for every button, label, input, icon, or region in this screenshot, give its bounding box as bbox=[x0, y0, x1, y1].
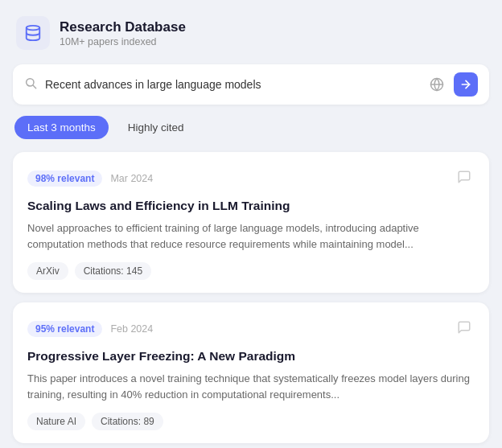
result-2-tag-1: Citations: 89 bbox=[92, 413, 163, 430]
result-2-abstract: This paper introduces a novel training t… bbox=[27, 371, 475, 403]
result-2-title: Progressive Layer Freezing: A New Paradi… bbox=[27, 348, 475, 365]
globe-button[interactable] bbox=[426, 74, 447, 95]
search-input[interactable] bbox=[45, 78, 418, 91]
comment-icon bbox=[457, 320, 471, 335]
result-2-date: Feb 2024 bbox=[110, 323, 153, 335]
result-card-2-top: 95% relevant Feb 2024 bbox=[27, 317, 475, 340]
search-bar bbox=[13, 64, 489, 105]
result-2-comment-button[interactable] bbox=[454, 317, 475, 340]
app-container: Research Database 10M+ papers indexed bbox=[0, 0, 502, 448]
result-card-1-meta: 98% relevant Mar 2024 bbox=[27, 171, 153, 187]
search-submit-button[interactable] bbox=[454, 72, 478, 97]
result-card-2: 95% relevant Feb 2024 Progressive Layer … bbox=[13, 302, 489, 443]
result-1-tags: ArXiv Citations: 145 bbox=[27, 262, 475, 280]
result-1-tag-1: Citations: 145 bbox=[75, 262, 151, 280]
filter-row: Last 3 months Highly cited bbox=[13, 116, 489, 139]
result-1-relevance-badge: 98% relevant bbox=[27, 171, 102, 187]
filter-last-3-months[interactable]: Last 3 months bbox=[14, 116, 109, 139]
result-1-tag-0: ArXiv bbox=[27, 262, 68, 280]
app-header: Research Database 10M+ papers indexed bbox=[13, 16, 489, 50]
filter-highly-cited[interactable]: Highly cited bbox=[115, 116, 197, 139]
result-card-2-meta: 95% relevant Feb 2024 bbox=[27, 321, 153, 337]
result-2-relevance-badge: 95% relevant bbox=[27, 321, 102, 337]
search-actions bbox=[426, 72, 478, 97]
search-icon bbox=[24, 76, 37, 92]
comment-icon bbox=[457, 170, 471, 184]
result-1-comment-button[interactable] bbox=[454, 166, 475, 190]
app-subtitle: 10M+ papers indexed bbox=[60, 36, 186, 47]
app-logo-wrap bbox=[16, 16, 50, 50]
result-2-tags: Nature AI Citations: 89 bbox=[27, 413, 475, 430]
result-1-date: Mar 2024 bbox=[110, 173, 153, 184]
result-1-title: Scaling Laws and Efficiency in LLM Train… bbox=[27, 198, 475, 215]
app-title: Research Database bbox=[60, 19, 186, 35]
database-icon bbox=[24, 24, 42, 42]
globe-icon bbox=[430, 77, 444, 92]
result-card-1: 98% relevant Mar 2024 Scaling Laws and E… bbox=[13, 152, 489, 293]
result-card-1-top: 98% relevant Mar 2024 bbox=[27, 166, 475, 190]
svg-line-2 bbox=[33, 85, 36, 88]
header-text: Research Database 10M+ papers indexed bbox=[60, 19, 186, 47]
svg-point-0 bbox=[27, 26, 40, 30]
result-1-abstract: Novel approaches to efficient training o… bbox=[27, 220, 475, 253]
result-2-tag-0: Nature AI bbox=[27, 413, 85, 430]
arrow-right-icon bbox=[459, 78, 472, 91]
